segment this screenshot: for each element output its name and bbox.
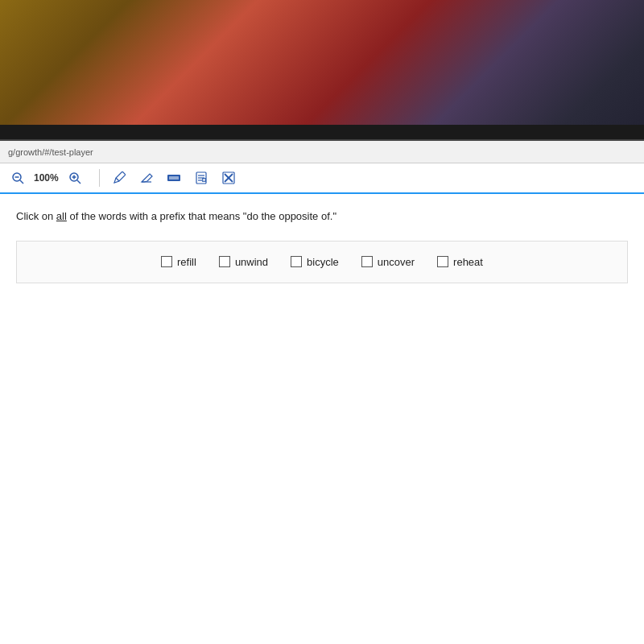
zoom-out-icon[interactable] bbox=[6, 167, 29, 189]
option-uncover[interactable]: uncover bbox=[361, 256, 415, 268]
flag-icon[interactable] bbox=[217, 167, 240, 189]
option-reheat[interactable]: reheat bbox=[437, 256, 483, 268]
question-text: Click on all of the words with a prefix … bbox=[16, 208, 628, 225]
option-unwind[interactable]: unwind bbox=[219, 256, 268, 268]
eraser-icon[interactable] bbox=[135, 167, 158, 189]
checkbox-refill[interactable] bbox=[161, 256, 172, 267]
note-icon[interactable] bbox=[190, 167, 213, 189]
highlight-icon[interactable] bbox=[163, 167, 185, 189]
checkbox-uncover[interactable] bbox=[361, 256, 373, 267]
label-bicycle: bicycle bbox=[307, 256, 339, 268]
toolbar: 100% bbox=[0, 163, 644, 194]
toolbar-separator-1 bbox=[99, 169, 100, 187]
zoom-group: 100% bbox=[6, 167, 86, 189]
checkbox-unwind[interactable] bbox=[219, 256, 230, 267]
zoom-value: 100% bbox=[31, 172, 62, 184]
option-refill[interactable]: refill bbox=[161, 256, 196, 268]
content-area: Click on all of the words with a prefix … bbox=[0, 194, 644, 298]
svg-line-4 bbox=[77, 180, 80, 184]
address-bar: g/growth/#/test-player bbox=[0, 141, 644, 163]
monitor-bezel bbox=[0, 125, 644, 139]
label-uncover: uncover bbox=[378, 256, 415, 268]
svg-line-1 bbox=[20, 180, 23, 184]
option-bicycle[interactable]: bicycle bbox=[291, 256, 339, 268]
label-unwind: unwind bbox=[235, 256, 268, 268]
pencil-icon[interactable] bbox=[108, 167, 130, 189]
label-refill: refill bbox=[177, 256, 196, 268]
checkbox-bicycle[interactable] bbox=[291, 256, 302, 267]
url-text: g/growth/#/test-player bbox=[8, 147, 93, 157]
answer-options: refill unwind bicycle uncover reheat bbox=[33, 256, 611, 268]
screen-area: g/growth/#/test-player 100% bbox=[0, 139, 644, 644]
answer-box: refill unwind bicycle uncover reheat bbox=[16, 241, 628, 283]
svg-rect-9 bbox=[169, 176, 179, 180]
remaining-area bbox=[0, 298, 644, 645]
checkbox-reheat[interactable] bbox=[437, 256, 448, 267]
zoom-in-icon[interactable] bbox=[64, 167, 86, 189]
label-reheat: reheat bbox=[453, 256, 483, 268]
